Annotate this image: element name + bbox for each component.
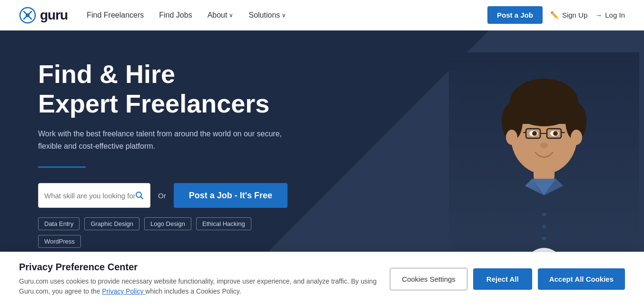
navbar: guru Find Freelancers Find Jobs About So…: [0, 0, 644, 31]
navbar-left: guru Find Freelancers Find Jobs About So…: [19, 7, 286, 24]
post-job-nav-button[interactable]: Post a Job: [487, 6, 543, 24]
hero-divider: [38, 166, 86, 168]
login-button[interactable]: → Log In: [595, 11, 625, 19]
logo-wordmark: guru: [40, 8, 68, 23]
hero-title-line2: Expert Freelancers: [38, 89, 269, 118]
login-icon: →: [595, 11, 602, 19]
accept-all-cookies-button[interactable]: Accept All Cookies: [538, 268, 625, 276]
skill-tag-data-entry[interactable]: Data Entry: [38, 217, 79, 230]
privacy-actions: Cookies Settings Reject All Accept All C…: [390, 268, 625, 276]
svg-line-5: [141, 197, 143, 199]
signup-icon: ✏️: [550, 11, 559, 20]
search-input[interactable]: [44, 192, 135, 200]
svg-point-25: [540, 143, 548, 148]
svg-point-33: [542, 236, 546, 240]
skill-tag-logo-design[interactable]: Logo Design: [144, 217, 191, 230]
privacy-banner: Privacy Preference Center Guru.com uses …: [0, 252, 644, 276]
navbar-right: Post a Job ✏️ Sign Up → Log In: [487, 6, 625, 24]
signup-button[interactable]: ✏️ Sign Up: [550, 11, 587, 20]
hero-person-image: [444, 52, 644, 276]
hero-content: Find & Hire Expert Freelancers Work with…: [0, 31, 324, 276]
search-icon: [135, 191, 144, 200]
hero-title-line1: Find & Hire: [38, 60, 175, 88]
search-row: Or Post a Job - It's Free: [38, 183, 286, 208]
svg-point-3: [26, 13, 30, 17]
nav-find-freelancers[interactable]: Find Freelancers: [87, 11, 144, 20]
svg-rect-15: [511, 100, 577, 124]
skill-tag-wordpress[interactable]: WordPress: [38, 235, 81, 248]
or-label: Or: [158, 192, 166, 200]
logo[interactable]: guru: [19, 7, 68, 24]
privacy-content: Privacy Preference Center Guru.com uses …: [19, 262, 390, 276]
cookies-settings-button[interactable]: Cookies Settings: [390, 268, 467, 276]
hero-section: Find & Hire Expert Freelancers Work with…: [0, 31, 644, 276]
nav-solutions[interactable]: Solutions: [248, 11, 286, 20]
svg-point-32: [542, 224, 546, 228]
reject-all-button[interactable]: Reject All: [473, 268, 532, 276]
svg-point-26: [506, 130, 517, 145]
svg-point-18: [532, 131, 537, 136]
privacy-title: Privacy Preference Center: [19, 262, 390, 273]
svg-point-19: [553, 131, 558, 136]
hero-subtitle: Work with the best freelance talent from…: [38, 128, 286, 152]
svg-point-31: [542, 213, 546, 216]
hero-title: Find & Hire Expert Freelancers: [38, 59, 286, 118]
nav-find-jobs[interactable]: Find Jobs: [159, 11, 192, 20]
skill-tag-ethical-hacking[interactable]: Ethical Hacking: [196, 217, 251, 230]
nav-links: Find Freelancers Find Jobs About Solutio…: [87, 11, 286, 20]
logo-icon: [19, 7, 36, 24]
svg-point-27: [571, 130, 582, 145]
nav-about[interactable]: About: [208, 11, 234, 20]
login-label: Log In: [605, 11, 625, 19]
search-box: [38, 183, 150, 208]
skill-tag-graphic-design[interactable]: Graphic Design: [84, 217, 139, 230]
skill-tags: Data Entry Graphic Design Logo Design Et…: [38, 217, 286, 248]
signup-label: Sign Up: [562, 11, 587, 19]
post-job-hero-button[interactable]: Post a Job - It's Free: [174, 183, 287, 208]
person-svg: [449, 52, 639, 276]
